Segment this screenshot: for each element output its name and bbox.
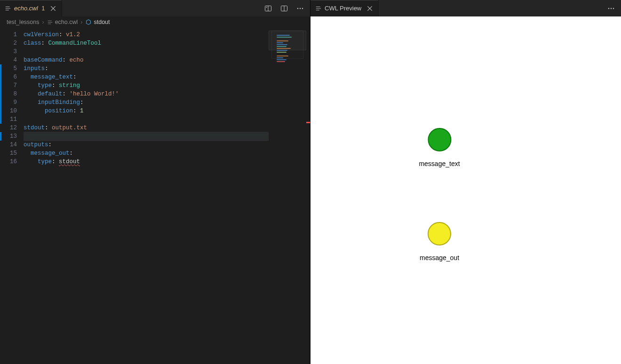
code-line[interactable]: cwlVersion: v1.2 bbox=[24, 31, 269, 39]
code-line[interactable]: stdout: output.txt bbox=[24, 124, 269, 132]
node-circle bbox=[428, 222, 451, 245]
line-number: 2 bbox=[2, 39, 17, 47]
line-number: 4 bbox=[2, 56, 17, 64]
svg-point-9 bbox=[300, 8, 301, 8]
code-editor[interactable]: 12345678910111213141516 cwlVersion: v1.2… bbox=[0, 28, 310, 364]
tab-close-button[interactable] bbox=[49, 5, 57, 12]
svg-point-17 bbox=[608, 8, 609, 8]
code-line[interactable]: outputs: bbox=[24, 141, 269, 149]
file-icon bbox=[5, 5, 11, 12]
node-label: message_text bbox=[419, 160, 460, 167]
code-line[interactable]: baseCommand: echo bbox=[24, 56, 269, 64]
line-number: 1 bbox=[2, 31, 17, 39]
preview-icon bbox=[315, 5, 322, 12]
tab-filename: echo.cwl bbox=[14, 5, 38, 12]
error-marker[interactable] bbox=[306, 122, 310, 123]
svg-point-5 bbox=[266, 7, 267, 8]
breadcrumb-folder[interactable]: test_lessons bbox=[7, 19, 39, 25]
breadcrumbs[interactable]: test_lessons › echo.cwl › stdout bbox=[0, 16, 310, 28]
editor-pane: echo.cwl 1 test_lessons bbox=[0, 0, 310, 364]
tab-bar-right: CWL Preview bbox=[310, 0, 621, 16]
tab-actions-left bbox=[258, 0, 310, 16]
code-line[interactable]: type: string bbox=[24, 81, 269, 90]
line-number: 10 bbox=[2, 107, 17, 115]
svg-point-18 bbox=[611, 8, 612, 8]
tab-modified-count: 1 bbox=[42, 5, 45, 12]
code-line[interactable]: default: 'hello World!' bbox=[24, 90, 269, 98]
line-number: 5 bbox=[2, 64, 17, 73]
tab-close-button[interactable] bbox=[366, 5, 374, 12]
line-number: 3 bbox=[2, 47, 17, 56]
svg-point-10 bbox=[302, 8, 303, 8]
code-line[interactable]: type: stdout bbox=[24, 158, 269, 166]
preview-tab-title: CWL Preview bbox=[325, 5, 361, 12]
line-number: 7 bbox=[2, 81, 17, 90]
node-label: message_out bbox=[420, 254, 459, 261]
line-number: 12 bbox=[2, 124, 17, 132]
line-number: 15 bbox=[2, 149, 17, 158]
preview-node-message_text[interactable]: message_text bbox=[419, 128, 460, 167]
svg-point-19 bbox=[613, 8, 614, 8]
code-line[interactable]: inputs: bbox=[24, 64, 269, 73]
overview-ruler[interactable] bbox=[306, 28, 310, 364]
chevron-right-icon: › bbox=[42, 19, 44, 25]
preview-node-message_out[interactable]: message_out bbox=[420, 222, 459, 261]
code-content[interactable]: cwlVersion: v1.2class: CommandLineToolba… bbox=[24, 28, 269, 364]
preview-pane: CWL Preview message_textmessage_out bbox=[310, 0, 621, 364]
code-line[interactable]: message_out: bbox=[24, 149, 269, 158]
node-circle bbox=[428, 128, 451, 151]
more-actions-icon[interactable] bbox=[295, 3, 305, 14]
minimap[interactable] bbox=[269, 28, 306, 364]
line-number: 16 bbox=[2, 158, 17, 166]
tab-actions-right bbox=[601, 0, 621, 16]
breadcrumb-symbol[interactable]: stdout bbox=[85, 19, 110, 25]
line-number: 9 bbox=[2, 98, 17, 107]
svg-point-8 bbox=[297, 8, 298, 8]
more-actions-icon[interactable] bbox=[606, 3, 616, 14]
tab-bar-left: echo.cwl 1 bbox=[0, 0, 310, 16]
line-number: 11 bbox=[2, 115, 17, 124]
line-number: 6 bbox=[2, 73, 17, 81]
line-number-gutter: 12345678910111213141516 bbox=[2, 28, 24, 364]
tab-cwl-preview[interactable]: CWL Preview bbox=[310, 0, 379, 16]
editor-tab-echo-cwl[interactable]: echo.cwl 1 bbox=[0, 0, 62, 16]
code-line[interactable] bbox=[24, 47, 269, 56]
chevron-right-icon: › bbox=[80, 19, 82, 25]
code-line[interactable] bbox=[24, 115, 269, 124]
code-line[interactable]: position: 1 bbox=[24, 107, 269, 115]
code-line[interactable]: class: CommandLineTool bbox=[24, 39, 269, 47]
code-line[interactable]: inputBinding: bbox=[24, 98, 269, 107]
breadcrumb-file[interactable]: echo.cwl bbox=[47, 19, 78, 25]
preview-side-icon[interactable] bbox=[263, 3, 273, 14]
gutter-decorations bbox=[0, 28, 2, 364]
cwl-preview-canvas[interactable]: message_textmessage_out bbox=[310, 16, 621, 364]
code-line[interactable] bbox=[24, 132, 269, 141]
line-number: 8 bbox=[2, 90, 17, 98]
line-number: 13 bbox=[2, 132, 17, 141]
split-editor-icon[interactable] bbox=[279, 3, 289, 14]
code-line[interactable]: message_text: bbox=[24, 73, 269, 81]
line-number: 14 bbox=[2, 141, 17, 149]
